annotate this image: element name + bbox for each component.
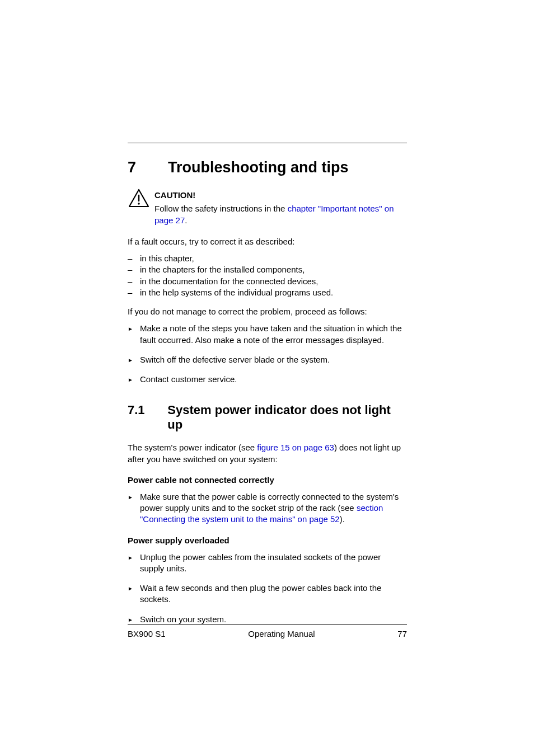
section-paragraph: The system's power indicator (see figure… <box>128 442 407 465</box>
sub-heading-2: Power supply overloaded <box>128 536 407 545</box>
list-item: in the help systems of the individual pr… <box>128 287 407 298</box>
chapter-title: Troubleshooting and tips <box>168 159 348 176</box>
footer-center: Operating Manual <box>166 629 398 638</box>
section-number: 7.1 <box>128 403 167 417</box>
warning-icon <box>128 189 150 211</box>
footer-page-number: 77 <box>397 629 407 638</box>
list-item: Wait a few seconds and then plug the pow… <box>128 583 407 605</box>
chapter-number: 7 <box>128 159 168 176</box>
arrow-list-sub1: Make sure that the power cable is correc… <box>128 491 407 525</box>
list-item: Make sure that the power cable is correc… <box>128 491 407 525</box>
list-item: Contact customer service. <box>128 374 407 385</box>
arrow-list-1: Make a note of the steps you have taken … <box>128 323 407 385</box>
page-content: 7 Troubleshooting and tips CAUTION! Foll… <box>0 0 534 756</box>
caution-body-before: Follow the safety instructions in the <box>154 204 288 213</box>
caution-label: CAUTION! <box>154 190 407 201</box>
list-item: in the chapters for the installed compon… <box>128 264 407 275</box>
list-item: in the documentation for the connected d… <box>128 276 407 287</box>
svg-point-1 <box>138 203 140 205</box>
footer-rule <box>128 624 407 624</box>
caution-block: CAUTION! Follow the safety instructions … <box>128 190 407 226</box>
intro-paragraph: If a fault occurs, try to correct it as … <box>128 236 407 247</box>
dash-list: in this chapter, in the chapters for the… <box>128 253 407 298</box>
list-item: Make a note of the steps you have taken … <box>128 323 407 346</box>
chapter-heading: 7 Troubleshooting and tips <box>128 159 407 176</box>
page-footer: BX900 S1 Operating Manual 77 <box>128 624 407 638</box>
section-heading: 7.1 System power indicator does not ligh… <box>128 403 407 432</box>
caution-text: CAUTION! Follow the safety instructions … <box>154 190 407 226</box>
list-item: Switch on your system. <box>128 614 407 625</box>
section-para-before: The system's power indicator (see <box>128 443 257 452</box>
figure-link[interactable]: figure 15 on page 63 <box>257 443 334 452</box>
proceed-paragraph: If you do not manage to correct the prob… <box>128 306 407 317</box>
section-title: System power indicator does not light up <box>167 403 407 432</box>
item-text-after: ). <box>340 514 345 524</box>
footer-row: BX900 S1 Operating Manual 77 <box>128 629 407 638</box>
list-item: Switch off the defective server blade or… <box>128 354 407 365</box>
top-rule <box>128 143 407 143</box>
arrow-list-sub2: Unplug the power cables from the insulat… <box>128 552 407 625</box>
caution-body-after: . <box>185 215 187 225</box>
footer-left: BX900 S1 <box>128 629 166 638</box>
list-item: Unplug the power cables from the insulat… <box>128 552 407 575</box>
list-item: in this chapter, <box>128 253 407 264</box>
sub-heading-1: Power cable not connected correctly <box>128 475 407 485</box>
